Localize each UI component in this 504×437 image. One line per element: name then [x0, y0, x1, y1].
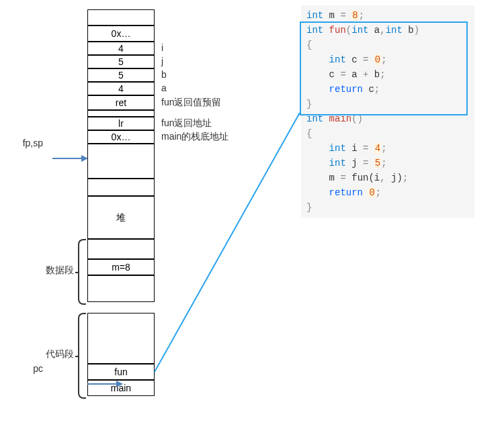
code-line: {	[306, 38, 469, 52]
stack-cell-mainfp: 0x…	[87, 130, 155, 144]
code-line: int main()	[306, 111, 469, 126]
stack-cell-gap1	[87, 110, 155, 117]
code-line: return 0;	[306, 185, 469, 200]
stack-cell-blank-top	[87, 9, 155, 26]
stack-cell-blank-mid1	[87, 144, 155, 179]
code-line: int i = 4;	[306, 141, 469, 156]
stack-cell-a-label: a	[161, 83, 167, 93]
stack-cell-fun: fun	[87, 364, 155, 380]
stack-cell-a: 4	[87, 82, 155, 95]
stack-cell-ret-label: fun返回值预留	[161, 97, 221, 109]
segment-data-label: 数据段	[13, 264, 74, 277]
pointer-pc-arrow-icon	[87, 383, 122, 385]
code-line: int fun(int a,int b)	[306, 23, 469, 38]
stack-cell-addr-top: 0x…	[87, 26, 155, 42]
code-line: int m = 8;	[306, 8, 469, 23]
code-line: int c = 0;	[306, 52, 469, 67]
code-line: m = fun(i, j);	[306, 171, 469, 185]
stack-cell-blank-mid4	[87, 275, 155, 302]
stack-cell-i-label: i	[161, 42, 163, 53]
code-line: {	[306, 126, 469, 141]
code-line: return c;	[306, 82, 469, 97]
stack-cell-blank-mid3	[87, 239, 155, 259]
brace-data-icon	[78, 239, 86, 305]
stack-cell-mainfp-label: main的栈底地址	[161, 131, 228, 143]
stack-cell-j: 5	[87, 55, 155, 68]
pointer-fp-sp-label: fp,sp	[3, 138, 43, 148]
stack-cell-lr: lr	[87, 117, 155, 130]
stack-cell-code-blank	[87, 313, 155, 364]
code-line: }	[306, 97, 469, 111]
stack-cell-blank-mid2	[87, 179, 155, 196]
stack-cell-b: 5	[87, 68, 155, 82]
stack-cell-i: 4	[87, 42, 155, 55]
svg-line-0	[155, 113, 300, 372]
stack-cell-lr-label: fun返回地址	[161, 117, 212, 130]
code-line: }	[306, 200, 469, 215]
stack-cell-ret: ret	[87, 95, 155, 110]
segment-code-label: 代码段	[13, 348, 74, 360]
code-block: int m = 8;int fun(int a,int b){ int c = …	[301, 5, 474, 217]
code-line: int j = 5;	[306, 156, 469, 171]
stack-cell-j-label: j	[161, 56, 163, 66]
code-line: c = a + b;	[306, 67, 469, 82]
brace-code-icon	[78, 313, 86, 399]
stack-cell-b-label: b	[161, 69, 167, 80]
stack-cell-m: m=8	[87, 259, 155, 275]
pointer-fp-sp-arrow-icon	[52, 158, 87, 159]
pointer-pc-label: pc	[3, 363, 43, 374]
stack-cell-heap: 堆	[87, 196, 155, 239]
